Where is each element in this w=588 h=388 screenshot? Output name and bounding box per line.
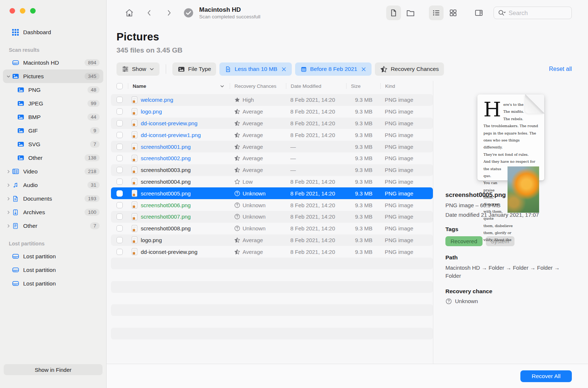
column-header-kind[interactable]: Kind	[380, 83, 433, 89]
sidebar-item-png[interactable]: PNG48	[8, 83, 103, 97]
sidebar-item-video[interactable]: Video218	[3, 165, 103, 178]
date-modified-cell: —	[286, 144, 346, 150]
sidebar-item-bmp[interactable]: BMP44	[8, 110, 103, 124]
column-header-date-modified[interactable]: Date Modified	[286, 83, 346, 89]
disclosure-chevron-icon[interactable]	[5, 197, 11, 201]
row-checkbox[interactable]	[116, 190, 123, 197]
row-checkbox[interactable]	[116, 202, 123, 208]
column-header-size[interactable]: Size	[346, 83, 380, 89]
sidebar-item-archives[interactable]: Archives100	[3, 205, 103, 219]
sidebar-item-pictures[interactable]: Pictures345	[3, 69, 103, 83]
kind-cell: PNG image	[380, 249, 433, 255]
row-checkbox[interactable]	[116, 120, 123, 126]
toggle-info-panel-button[interactable]	[472, 6, 486, 20]
sidebar-item-documents[interactable]: Documents193	[3, 192, 103, 205]
date-filter-chip[interactable]: Before 8 Feb 2021	[295, 62, 372, 76]
sidebar-item-lost-partition[interactable]: Lost partition	[3, 249, 103, 263]
disclosure-chevron-icon[interactable]	[5, 169, 11, 174]
table-row[interactable]: logo.pngAverage8 Feb 2021, 14:209.3 MBPN…	[111, 234, 433, 246]
table-row[interactable]: screenshot0005.pngUnknown8 Feb 2021, 14:…	[111, 187, 433, 199]
row-checkbox[interactable]	[116, 155, 123, 161]
row-checkbox[interactable]	[116, 249, 123, 255]
zoom-window-button[interactable]	[30, 8, 36, 14]
row-checkbox[interactable]	[116, 179, 123, 185]
table-row[interactable]: screenshot0002.pngAverage—9.3 MBPNG imag…	[111, 152, 433, 164]
table-row[interactable]: screenshot0008.pngUnknown8 Feb 2021, 14:…	[111, 223, 433, 234]
filter-bar: Show File Type Less than 10 MB Before 8 …	[116, 62, 572, 76]
image-icon	[178, 65, 185, 73]
file-type-filter-button[interactable]: File Type	[172, 62, 216, 76]
home-button[interactable]	[122, 6, 137, 20]
column-header-name[interactable]: Name	[128, 83, 230, 89]
sidebar-item-dashboard[interactable]: Dashboard	[3, 25, 103, 39]
file-name: dd-iconset-preview1.png	[141, 132, 201, 138]
row-checkbox[interactable]	[116, 225, 123, 231]
sidebar-item-jpeg[interactable]: JPEG99	[8, 97, 103, 110]
reset-all-button[interactable]: Reset all	[549, 66, 572, 72]
sidebar-item-other[interactable]: Other7	[3, 219, 103, 233]
disclosure-chevron-icon[interactable]	[5, 183, 11, 187]
view-folders-button[interactable]	[403, 6, 418, 20]
sidebar-item-lost-partition[interactable]: Lost partition	[3, 263, 103, 277]
table-row[interactable]: screenshot0007.pngUnknown8 Feb 2021, 14:…	[111, 211, 433, 223]
recovery-chances-filter-button[interactable]: Recovery Chances	[375, 62, 444, 76]
view-files-button[interactable]	[386, 6, 401, 20]
show-in-finder-button[interactable]: Show in Finder	[4, 364, 103, 375]
sidebar-item-label: Other	[28, 155, 43, 161]
sidebar-item-other[interactable]: Other138	[8, 151, 103, 165]
file-name: dd-iconset-preview.png	[141, 249, 197, 255]
size-filter-chip[interactable]: Less than 10 MB	[219, 62, 291, 76]
row-checkbox[interactable]	[116, 213, 123, 220]
forward-button[interactable]	[162, 6, 176, 20]
recover-all-button[interactable]: Recover All	[520, 370, 572, 382]
date-modified-cell: —	[286, 167, 346, 173]
disclosure-chevron-icon[interactable]	[5, 74, 11, 79]
table-row[interactable]: screenshot0001.pngAverage—9.3 MBPNG imag…	[111, 141, 433, 152]
table-row[interactable]: screenshot0003.pngAverage—9.3 MBPNG imag…	[111, 164, 433, 176]
sidebar-item-audio[interactable]: Audio31	[3, 178, 103, 192]
empty-row	[111, 258, 433, 269]
sidebar-item-svg[interactable]: SVG7	[8, 137, 103, 151]
row-checkbox[interactable]	[116, 108, 123, 115]
back-button[interactable]	[142, 6, 157, 20]
size-cell: 9.3 MB	[346, 249, 380, 255]
table-row[interactable]: dd-iconset-preview1.pngAverage8 Feb 2021…	[111, 129, 433, 141]
table-row[interactable]: logo.pngAverage8 Feb 2021, 14:209.3 MBPN…	[111, 106, 433, 118]
row-checkbox[interactable]	[116, 167, 123, 173]
recovery-chance-text: Average	[243, 167, 263, 173]
sidebar-item-gif[interactable]: GIF9	[8, 124, 103, 137]
list-view-icon	[432, 8, 441, 17]
row-checkbox[interactable]	[116, 97, 123, 103]
remove-size-filter-icon[interactable]	[281, 67, 287, 72]
row-checkbox[interactable]	[116, 132, 123, 138]
disclosure-chevron-icon[interactable]	[5, 210, 11, 215]
table-row[interactable]: screenshot0006.pngUnknown8 Feb 2021, 14:…	[111, 199, 433, 211]
table-row[interactable]: screenshot0004.pngLow8 Feb 2021, 14:209.…	[111, 176, 433, 188]
size-cell: 9.3 MB	[346, 202, 380, 208]
table-row[interactable]: dd-iconset-preview.pngAverage8 Feb 2021,…	[111, 118, 433, 129]
row-checkbox[interactable]	[116, 144, 123, 150]
sidebar-item-macintosh-hd[interactable]: Macintosh HD894	[3, 56, 103, 69]
row-checkbox[interactable]	[116, 237, 123, 243]
size-cell: 9.3 MB	[346, 132, 380, 138]
file-thumbnail-icon	[132, 236, 137, 244]
sidebar-item-lost-partition[interactable]: Lost partition	[3, 277, 103, 290]
table-row[interactable]: dd-iconset-preview.pngAverage8 Feb 2021,…	[111, 246, 433, 258]
show-filter-button[interactable]: Show	[116, 62, 159, 76]
file-thumbnail-icon	[132, 248, 137, 255]
minimize-window-button[interactable]	[20, 8, 25, 14]
table-row[interactable]: welcome.pngHigh8 Feb 2021, 14:209.3 MBPN…	[111, 94, 433, 106]
select-all-checkbox[interactable]	[111, 83, 128, 89]
grid-view-button[interactable]	[446, 6, 460, 20]
file-thumbnail-icon	[132, 225, 137, 232]
column-header-recovery-chances[interactable]: Recovery Chances	[230, 83, 286, 89]
search-input[interactable]	[509, 10, 560, 17]
size-cell: 9.3 MB	[346, 179, 380, 185]
sidebar-item-label: GIF	[28, 127, 38, 134]
file-name: screenshot0001.png	[141, 144, 191, 150]
close-window-button[interactable]	[10, 8, 15, 14]
list-view-button[interactable]	[429, 6, 444, 20]
remove-date-filter-icon[interactable]	[361, 67, 366, 72]
search-field[interactable]	[494, 7, 572, 19]
disclosure-chevron-icon[interactable]	[5, 224, 11, 228]
